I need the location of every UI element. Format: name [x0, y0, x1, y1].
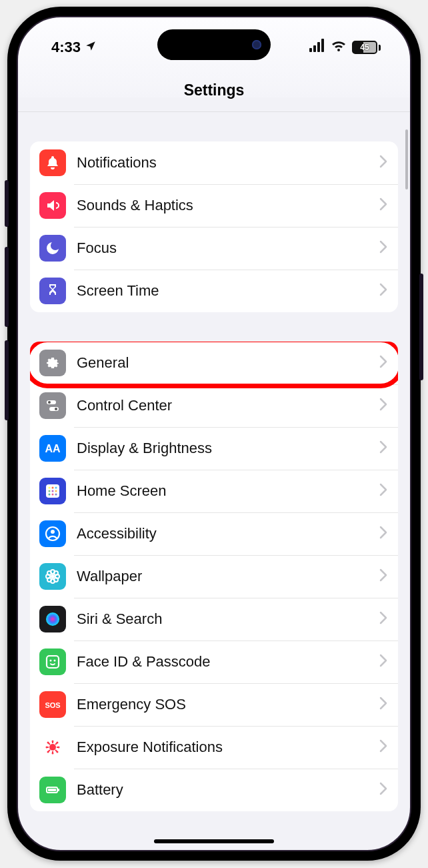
phone-frame: 4:33 45 Settings Notific [7, 7, 421, 861]
chevron-right-icon [379, 654, 387, 670]
row-label: General [77, 354, 379, 372]
chevron-right-icon [379, 526, 387, 542]
virus-icon [39, 734, 66, 761]
settings-row-general[interactable]: General [30, 342, 398, 384]
chevron-right-icon [379, 440, 387, 456]
face-id-icon [39, 648, 66, 675]
svg-rect-0 [309, 48, 312, 52]
row-label: Notifications [77, 154, 379, 171]
dynamic-island [157, 29, 271, 60]
gear-icon [39, 350, 66, 376]
chevron-right-icon [379, 155, 387, 171]
settings-row-wallpaper[interactable]: Wallpaper [30, 555, 398, 598]
chevron-right-icon [379, 739, 387, 755]
settings-row-control-center[interactable]: Control Center [30, 384, 398, 427]
chevron-right-icon [379, 697, 387, 713]
settings-row-display[interactable]: Display & Brightness [30, 427, 398, 470]
chevron-right-icon [379, 197, 387, 213]
chevron-right-icon [379, 240, 387, 256]
battery-icon [39, 777, 66, 803]
bell-icon [39, 149, 66, 176]
row-label: Focus [77, 240, 379, 257]
status-time: 4:33 [51, 39, 81, 56]
svg-rect-3 [321, 39, 324, 52]
chevron-right-icon [379, 611, 387, 627]
row-label: Home Screen [77, 482, 379, 500]
settings-row-battery[interactable]: Battery [30, 769, 398, 811]
chevron-right-icon [379, 283, 387, 299]
row-label: Emergency SOS [77, 696, 379, 713]
chevron-right-icon [379, 483, 387, 499]
row-label: Screen Time [77, 282, 379, 300]
settings-list[interactable]: NotificationsSounds & HapticsFocusScreen… [18, 141, 410, 811]
settings-row-exposure[interactable]: Exposure Notifications [30, 726, 398, 769]
wifi-icon [331, 39, 347, 56]
settings-row-siri[interactable]: Siri & Search [30, 598, 398, 640]
switches-icon [39, 392, 66, 419]
row-label: Wallpaper [77, 568, 379, 585]
chevron-right-icon [379, 355, 387, 371]
page-title: Settings [18, 64, 410, 112]
flower-icon [39, 563, 66, 590]
chevron-right-icon [379, 398, 387, 414]
settings-group: GeneralControl CenterDisplay & Brightnes… [30, 342, 398, 811]
text-size-icon [39, 435, 66, 462]
screen: 4:33 45 Settings Notific [17, 16, 411, 851]
settings-row-sounds[interactable]: Sounds & Haptics [30, 184, 398, 227]
row-label: Accessibility [77, 525, 379, 542]
home-indicator[interactable] [154, 839, 274, 843]
row-label: Sounds & Haptics [77, 197, 379, 214]
chevron-right-icon [379, 568, 387, 584]
row-label: Face ID & Passcode [77, 653, 379, 671]
siri-icon [39, 606, 66, 632]
row-label: Siri & Search [77, 610, 379, 628]
hourglass-icon [39, 278, 66, 304]
row-label: Exposure Notifications [77, 739, 379, 756]
battery-indicator: 45 [352, 41, 381, 54]
scroll-indicator[interactable] [405, 129, 408, 189]
camera-icon [252, 40, 261, 49]
speaker-icon [39, 192, 66, 219]
settings-group: NotificationsSounds & HapticsFocusScreen… [30, 141, 398, 312]
cellular-signal-icon [309, 39, 325, 56]
settings-row-home-screen[interactable]: Home Screen [30, 470, 398, 512]
settings-row-faceid[interactable]: Face ID & Passcode [30, 640, 398, 683]
settings-row-screen-time[interactable]: Screen Time [30, 270, 398, 312]
row-label: Display & Brightness [77, 440, 379, 457]
chevron-right-icon [379, 782, 387, 798]
settings-row-accessibility[interactable]: Accessibility [30, 512, 398, 555]
moon-icon [39, 235, 66, 262]
row-label: Battery [77, 781, 379, 799]
settings-row-notifications[interactable]: Notifications [30, 141, 398, 184]
person-circle-icon [39, 520, 66, 547]
sos-icon [39, 691, 66, 718]
row-label: Control Center [77, 397, 379, 414]
settings-row-sos[interactable]: Emergency SOS [30, 683, 398, 726]
location-arrow-icon [85, 39, 97, 56]
svg-rect-1 [313, 45, 316, 52]
svg-rect-2 [317, 42, 320, 52]
grid-icon [39, 478, 66, 504]
settings-row-focus[interactable]: Focus [30, 227, 398, 270]
